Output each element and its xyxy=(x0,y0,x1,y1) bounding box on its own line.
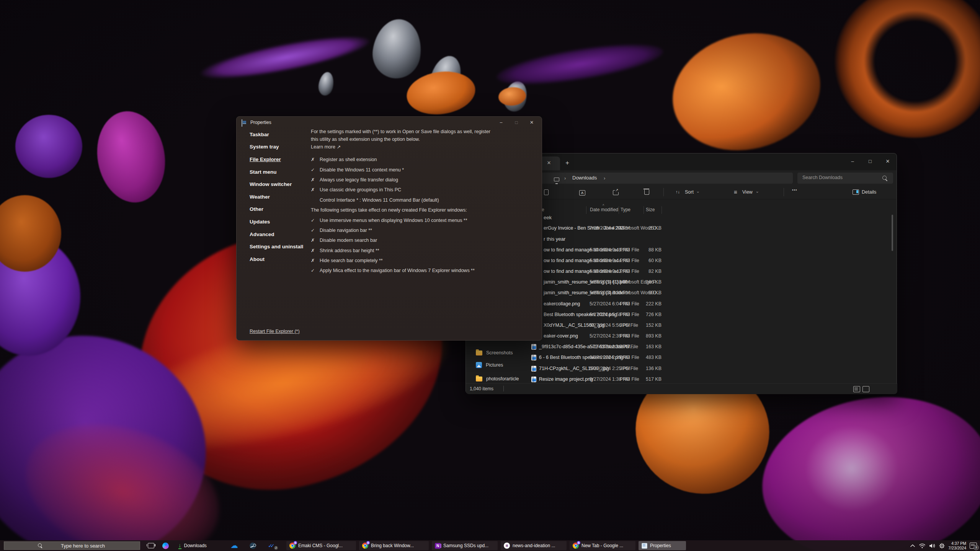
column-size[interactable]: Size xyxy=(646,207,655,212)
cross-icon: ✗ xyxy=(311,187,320,192)
setting-legacy-file-transfer[interactable]: ✗ Always use legacy file transfer dialog xyxy=(311,175,475,185)
this-pc-icon xyxy=(554,176,559,184)
folder-icon xyxy=(476,350,482,355)
sidebar-item-other[interactable]: Other xyxy=(250,203,303,216)
sidebar-item-updates[interactable]: Updates xyxy=(250,215,303,228)
dialog-settings-list: ✗ Register as shell extension ✓ Disable … xyxy=(311,155,475,276)
cross-icon: ✗ xyxy=(311,238,320,243)
chrome-profile-badge: B xyxy=(577,541,580,544)
view-button[interactable]: View xyxy=(742,189,753,195)
setting-register-shell-extension[interactable]: ✗ Register as shell extension xyxy=(311,155,475,165)
nav-item-photosforarticle[interactable]: photosforarticle xyxy=(466,373,531,385)
setting-disable-win11-context-menu[interactable]: ✓ Disable the Windows 11 context menu * xyxy=(311,165,475,174)
task-view-icon xyxy=(148,543,154,548)
steam-button[interactable] xyxy=(248,541,257,550)
setting-immersive-menus[interactable]: ✓ Use immersive menus when displaying Wi… xyxy=(311,215,475,225)
notification-badge: 3 xyxy=(973,545,979,550)
rename-icon[interactable]: A xyxy=(579,189,585,196)
maximize-button[interactable]: □ xyxy=(509,117,524,128)
details-pane-button[interactable]: Details xyxy=(862,189,876,195)
setting-hide-search-bar[interactable]: ✗ Hide search bar completely ** xyxy=(311,256,475,266)
dialog-sidebar: Taskbar System tray File Explorer Start … xyxy=(250,128,303,266)
sidebar-item-file-explorer[interactable]: File Explorer xyxy=(250,153,303,166)
close-button[interactable]: ✕ xyxy=(524,117,539,128)
notification-center-icon[interactable]: 3 xyxy=(970,543,977,549)
thumbnail-view-toggle[interactable] xyxy=(862,386,869,392)
delete-icon[interactable] xyxy=(644,189,649,196)
wifi-icon[interactable] xyxy=(919,543,926,548)
paste-icon[interactable] xyxy=(544,189,549,196)
scrollbar[interactable] xyxy=(892,215,893,251)
taskbar-window-new-tab[interactable]: B New Tab - Google ... xyxy=(570,541,635,550)
details-pane-icon[interactable] xyxy=(853,189,859,196)
sidebar-item-system-tray[interactable]: System tray xyxy=(250,141,303,153)
new-tab-button[interactable]: + xyxy=(562,158,572,168)
column-name[interactable]: e xyxy=(542,207,544,212)
search-box[interactable]: Search Downloads xyxy=(797,173,893,184)
volume-icon[interactable] xyxy=(929,543,936,548)
sidebar-item-settings-and-uninstall[interactable]: Settings and uninstall xyxy=(250,240,303,253)
properties-app-icon xyxy=(642,543,647,549)
chrome-icon: B xyxy=(362,543,368,549)
onedrive-cloud-icon: ☁ xyxy=(231,542,238,549)
downloads-folder-button[interactable]: ↓ Downloads xyxy=(175,541,216,550)
sidebar-item-window-switcher[interactable]: Window switcher xyxy=(250,178,303,191)
setting-disable-modern-search-bar[interactable]: ✗ Disable modern search bar xyxy=(311,235,475,245)
toolbar-divider xyxy=(784,188,784,196)
setting-classic-drive-groupings[interactable]: ✗ Use classic drive groupings in This PC xyxy=(311,185,475,195)
dialog-intro-text: For the settings marked with (**) to wor… xyxy=(311,128,495,151)
clock[interactable]: 4:37 PM 7/23/2024 xyxy=(948,541,966,550)
taskbar-window-emaki-cms[interactable]: B Emaki CMS - Googl... xyxy=(286,541,356,550)
sort-icon[interactable]: ↑↓ xyxy=(676,189,680,194)
details-view-toggle[interactable] xyxy=(853,386,860,392)
taskbar-search-box[interactable]: Type here to search xyxy=(4,541,140,550)
search-icon xyxy=(38,543,42,547)
minimize-button[interactable]: – xyxy=(493,117,509,128)
pictures-icon xyxy=(476,362,482,368)
restart-file-explorer-link[interactable]: Restart File Explorer (*) xyxy=(250,329,300,334)
breadcrumb-downloads[interactable]: Downloads xyxy=(572,175,597,181)
learn-more-link[interactable]: Learn more ↗ xyxy=(311,143,495,151)
copilot-button[interactable] xyxy=(161,541,170,550)
onedrive-button[interactable]: ☁ xyxy=(230,541,239,550)
close-button[interactable]: ✕ xyxy=(879,153,897,169)
share-icon[interactable] xyxy=(613,189,619,196)
setting-shrink-address-bar[interactable]: ✗ Shrink address bar height ** xyxy=(311,246,475,256)
task-view-button[interactable] xyxy=(146,541,155,550)
settings-gear-icon[interactable] xyxy=(939,543,945,549)
chevron-down-icon: › xyxy=(755,191,760,193)
sidebar-item-advanced[interactable]: Advanced xyxy=(250,228,303,241)
more-options-button[interactable]: ••• xyxy=(792,188,797,192)
clock-time: 4:37 PM xyxy=(948,541,966,546)
nav-item-pictures[interactable]: Pictures xyxy=(466,359,531,371)
tab-close-icon[interactable]: ✕ xyxy=(544,158,554,168)
taskbar-window-samsung-ssds[interactable]: N Samsung SSDs upd... xyxy=(432,541,498,550)
chevron-down-icon: › xyxy=(696,191,701,193)
todo-button[interactable]: ✓✓2 xyxy=(266,541,278,550)
setting-disable-navigation-bar[interactable]: ✓ Disable navigation bar ** xyxy=(311,225,475,235)
sidebar-item-taskbar[interactable]: Taskbar xyxy=(250,128,303,141)
column-type[interactable]: Type xyxy=(621,207,630,212)
toolbar-divider xyxy=(663,188,664,196)
sidebar-item-about[interactable]: About xyxy=(250,253,303,266)
sidebar-item-weather[interactable]: Weather xyxy=(250,191,303,203)
search-icon xyxy=(882,176,887,180)
minimize-button[interactable]: – xyxy=(844,153,861,169)
maximize-button[interactable]: □ xyxy=(861,153,879,169)
taskbar-window-properties[interactable]: Properties xyxy=(639,541,686,550)
todo-checkmarks-icon: ✓✓2 xyxy=(268,543,276,549)
breadcrumb-chevron-icon: › xyxy=(604,175,605,181)
taskbar-window-news-and-ideation[interactable]: ⌗ news-and-ideation ... xyxy=(501,541,567,550)
setting-apply-mica-effect[interactable]: ✓ Apply Mica effect to the navigation ba… xyxy=(311,266,475,276)
sort-button[interactable]: Sort xyxy=(685,189,694,195)
onenote-icon: N xyxy=(435,543,441,549)
sidebar-item-start-menu[interactable]: Start menu xyxy=(250,166,303,178)
view-icon[interactable]: ≡ xyxy=(734,189,737,195)
nav-item-screenshots[interactable]: Screenshots xyxy=(466,347,531,359)
column-date-modified[interactable]: Date modified xyxy=(590,207,618,212)
dialog-window-controls: – □ ✕ xyxy=(493,117,539,128)
setting-control-interface[interactable]: Control Interface * : Windows 11 Command… xyxy=(311,195,475,205)
taskbar-window-bring-back[interactable]: B Bring back Window... xyxy=(359,541,429,550)
chrome-profile-badge: B xyxy=(366,541,370,544)
show-hidden-icons-chevron[interactable] xyxy=(910,544,915,548)
